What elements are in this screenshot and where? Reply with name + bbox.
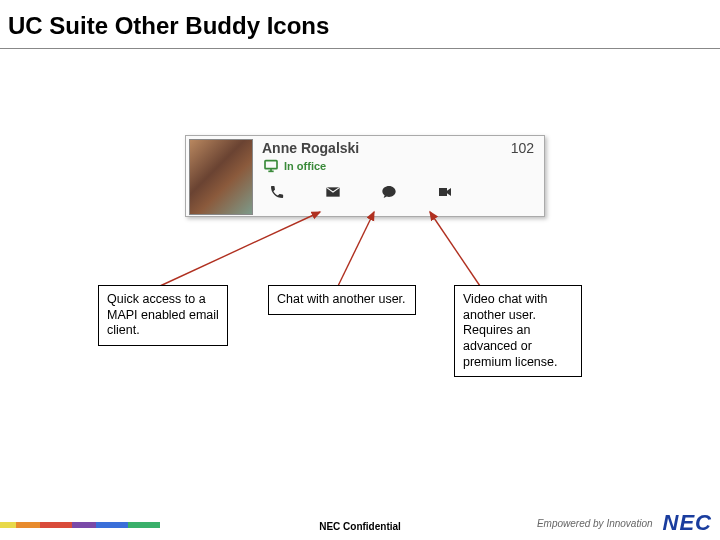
callout-chat: Chat with another user. xyxy=(268,285,416,315)
footer-right: Empowered by Innovation NEC xyxy=(537,510,712,536)
phone-icon[interactable] xyxy=(268,184,286,200)
monitor-icon xyxy=(262,158,280,174)
svg-line-3 xyxy=(160,212,320,286)
buddy-card-body: Anne Rogalski 102 In office xyxy=(256,136,544,216)
icon-row xyxy=(262,184,536,200)
confidential-label: NEC Confidential xyxy=(319,521,401,532)
tagline: Empowered by Innovation xyxy=(537,518,653,529)
status-text: In office xyxy=(284,160,326,172)
buddy-card: Anne Rogalski 102 In office xyxy=(185,135,545,217)
video-icon[interactable] xyxy=(436,184,454,200)
chat-icon[interactable] xyxy=(380,184,398,200)
mail-icon[interactable] xyxy=(324,184,342,200)
svg-line-5 xyxy=(430,212,480,286)
status-line: In office xyxy=(262,158,536,174)
callout-arrows xyxy=(0,0,720,540)
nec-logo: NEC xyxy=(663,510,712,536)
avatar xyxy=(189,139,253,215)
buddy-name: Anne Rogalski xyxy=(262,140,536,156)
callout-mail: Quick access to a MAPI enabled email cli… xyxy=(98,285,228,346)
footer-stripe xyxy=(0,522,160,528)
page-title: UC Suite Other Buddy Icons xyxy=(0,0,720,48)
footer: NEC Confidential Empowered by Innovation… xyxy=(0,510,720,540)
buddy-extension: 102 xyxy=(511,140,534,156)
svg-rect-0 xyxy=(265,161,277,169)
title-rule xyxy=(0,48,720,49)
svg-line-4 xyxy=(338,212,374,286)
callout-video: Video chat with another user. Requires a… xyxy=(454,285,582,377)
